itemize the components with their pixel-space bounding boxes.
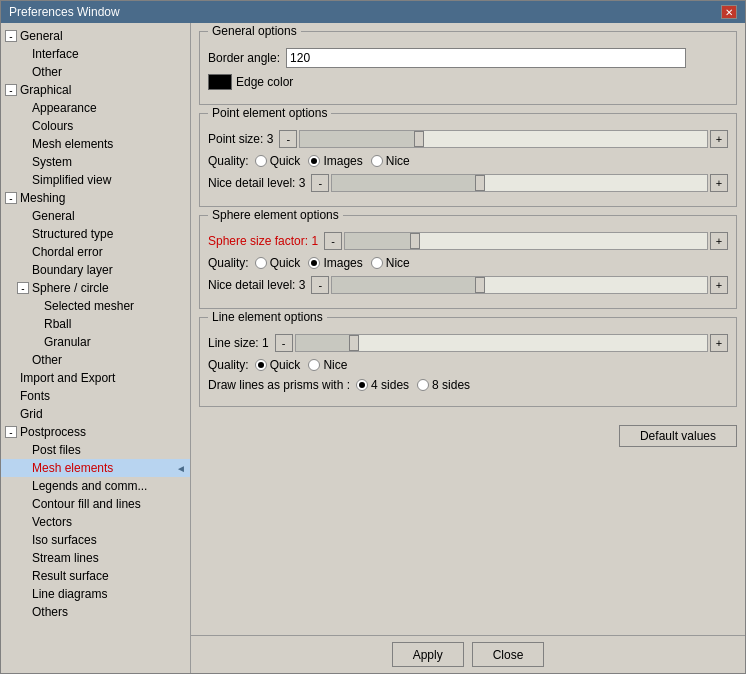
default-values-button[interactable]: Default values [619, 425, 737, 447]
sidebar-item-general-meshing[interactable]: General [1, 207, 190, 225]
sphere-nice-detail-row: Nice detail level: 3 - + [208, 276, 728, 294]
sidebar-item-grid[interactable]: Grid [1, 405, 190, 423]
draw-lines-8-sides-label: 8 sides [432, 378, 470, 392]
line-quality-nice[interactable]: Nice [308, 358, 347, 372]
sphere-quality-row: Quality: Quick Images [208, 256, 728, 270]
sphere-size-slider: - + [324, 232, 728, 250]
line-quality-nice-radio[interactable] [308, 359, 320, 371]
expand-postprocess[interactable]: - [5, 426, 17, 438]
expand-sphere-circle[interactable]: - [17, 282, 29, 294]
line-size-slider: - + [275, 334, 728, 352]
sidebar-item-colours[interactable]: Colours [1, 117, 190, 135]
sidebar-label-boundary-layer: Boundary layer [32, 263, 113, 277]
sidebar-item-chordal-error[interactable]: Chordal error [1, 243, 190, 261]
point-quality-images-radio[interactable] [308, 155, 320, 167]
point-size-plus[interactable]: + [710, 130, 728, 148]
sidebar-item-fonts[interactable]: Fonts [1, 387, 190, 405]
sphere-quality-nice-radio[interactable] [371, 257, 383, 269]
sphere-nice-detail-track[interactable] [331, 276, 708, 294]
sphere-quality-nice[interactable]: Nice [371, 256, 410, 270]
point-size-track[interactable] [299, 130, 708, 148]
close-button-bottom[interactable]: Close [472, 642, 545, 667]
sidebar-item-simplified-view[interactable]: Simplified view [1, 171, 190, 189]
sphere-quality-nice-label: Nice [386, 256, 410, 270]
sidebar-item-boundary-layer[interactable]: Boundary layer [1, 261, 190, 279]
point-quality-nice[interactable]: Nice [371, 154, 410, 168]
close-button[interactable]: ✕ [721, 5, 737, 19]
sidebar-label-post-files: Post files [32, 443, 81, 457]
preferences-window: Preferences Window ✕ - General Interface [0, 0, 746, 674]
sidebar-label-rball: Rball [44, 317, 71, 331]
sidebar-item-line-diagrams[interactable]: Line diagrams [1, 585, 190, 603]
sidebar-item-result-surface[interactable]: Result surface [1, 567, 190, 585]
point-quality-images[interactable]: Images [308, 154, 362, 168]
draw-lines-4-sides[interactable]: 4 sides [356, 378, 409, 392]
point-nice-detail-track[interactable] [331, 174, 708, 192]
draw-lines-4-sides-radio[interactable] [356, 379, 368, 391]
sidebar-item-system[interactable]: System [1, 153, 190, 171]
point-quality-quick[interactable]: Quick [255, 154, 301, 168]
point-nice-detail-label: Nice detail level: 3 [208, 176, 305, 190]
sidebar-item-iso-surfaces[interactable]: Iso surfaces [1, 531, 190, 549]
line-size-track[interactable] [295, 334, 708, 352]
sidebar-item-mesh-elements[interactable]: Mesh elements [1, 135, 190, 153]
sphere-size-plus[interactable]: + [710, 232, 728, 250]
expand-general[interactable]: - [5, 30, 17, 42]
sphere-quality-quick[interactable]: Quick [255, 256, 301, 270]
expand-meshing[interactable]: - [5, 192, 17, 204]
sidebar-item-interface[interactable]: Interface [1, 45, 190, 63]
sidebar-item-appearance[interactable]: Appearance [1, 99, 190, 117]
sphere-nice-detail-minus[interactable]: - [311, 276, 329, 294]
edge-color-swatch[interactable] [208, 74, 232, 90]
sidebar-item-general[interactable]: - General [1, 27, 190, 45]
sphere-size-track[interactable] [344, 232, 708, 250]
border-angle-input[interactable] [286, 48, 686, 68]
sidebar-item-mesh-elements-post[interactable]: Mesh elements ◄ [1, 459, 190, 477]
apply-button[interactable]: Apply [392, 642, 464, 667]
sidebar-item-contour-fill[interactable]: Contour fill and lines [1, 495, 190, 513]
sidebar-item-granular[interactable]: Granular [1, 333, 190, 351]
sphere-quality-quick-radio[interactable] [255, 257, 267, 269]
border-angle-row: Border angle: [208, 48, 728, 68]
edge-color-row: Edge color [208, 74, 728, 90]
sidebar-label-interface: Interface [32, 47, 79, 61]
sidebar-item-postprocess[interactable]: - Postprocess [1, 423, 190, 441]
sidebar-item-others[interactable]: Others [1, 603, 190, 621]
point-size-label: Point size: 3 [208, 132, 273, 146]
sidebar-item-selected-mesher[interactable]: Selected mesher [1, 297, 190, 315]
sphere-nice-detail-plus[interactable]: + [710, 276, 728, 294]
sidebar-item-other-general[interactable]: Other [1, 63, 190, 81]
sidebar-item-legends-comm[interactable]: Legends and comm... [1, 477, 190, 495]
sidebar-item-stream-lines[interactable]: Stream lines [1, 549, 190, 567]
point-nice-detail-row: Nice detail level: 3 - + [208, 174, 728, 192]
line-size-minus[interactable]: - [275, 334, 293, 352]
sphere-nice-detail-label: Nice detail level: 3 [208, 278, 305, 292]
sidebar-item-vectors[interactable]: Vectors [1, 513, 190, 531]
sidebar-item-meshing[interactable]: - Meshing [1, 189, 190, 207]
point-quality-nice-radio[interactable] [371, 155, 383, 167]
draw-lines-8-sides-radio[interactable] [417, 379, 429, 391]
sphere-size-minus[interactable]: - [324, 232, 342, 250]
sidebar-label-stream-lines: Stream lines [32, 551, 99, 565]
draw-lines-8-sides[interactable]: 8 sides [417, 378, 470, 392]
point-nice-detail-minus[interactable]: - [311, 174, 329, 192]
sidebar-item-post-files[interactable]: Post files [1, 441, 190, 459]
sidebar-item-other-meshing[interactable]: Other [1, 351, 190, 369]
sidebar-item-structured-type[interactable]: Structured type [1, 225, 190, 243]
sidebar: - General Interface Other - [1, 23, 191, 673]
sidebar-item-rball[interactable]: Rball [1, 315, 190, 333]
bottom-bar: Apply Close [191, 635, 745, 673]
sidebar-item-sphere-circle[interactable]: - Sphere / circle [1, 279, 190, 297]
point-size-minus[interactable]: - [279, 130, 297, 148]
line-quality-quick[interactable]: Quick [255, 358, 301, 372]
sidebar-item-graphical[interactable]: - Graphical [1, 81, 190, 99]
sphere-quality-images-radio[interactable] [308, 257, 320, 269]
expand-graphical[interactable]: - [5, 84, 17, 96]
sidebar-item-import-export[interactable]: Import and Export [1, 369, 190, 387]
sphere-quality-images[interactable]: Images [308, 256, 362, 270]
line-quality-quick-radio[interactable] [255, 359, 267, 371]
line-size-plus[interactable]: + [710, 334, 728, 352]
point-quality-quick-radio[interactable] [255, 155, 267, 167]
sidebar-label-vectors: Vectors [32, 515, 72, 529]
point-nice-detail-plus[interactable]: + [710, 174, 728, 192]
